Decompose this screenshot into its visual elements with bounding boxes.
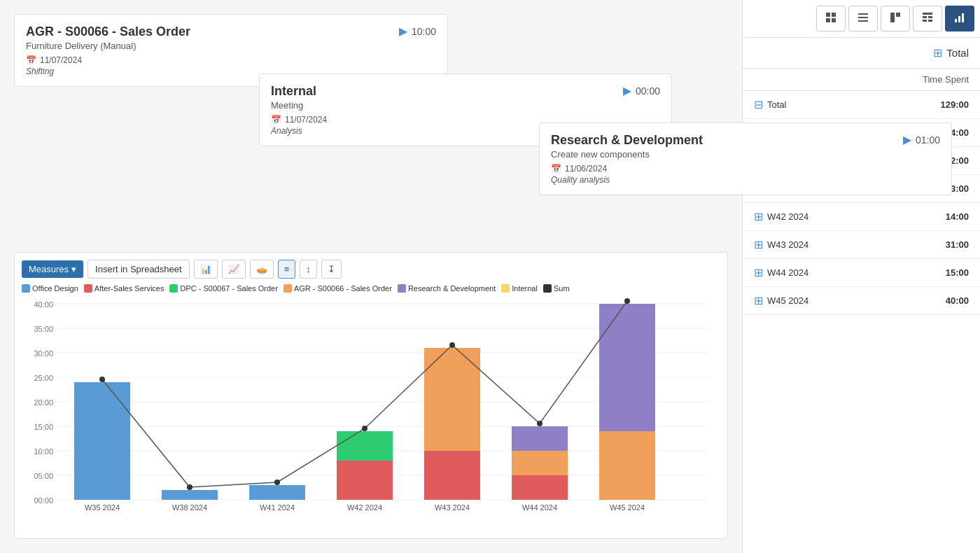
row-w43: ⊞ W43 2024 31:00	[743, 231, 980, 259]
svg-text:30:00: 30:00	[34, 349, 53, 358]
bar-w41-office	[249, 485, 305, 500]
chart-toolbar: Measures ▾ Insert in Spreadsheet 📊 📈 🥧 ≡…	[22, 260, 720, 279]
row-w44-value: 15:00	[946, 267, 969, 278]
card-3-timer[interactable]: ▶ 01:00	[903, 133, 940, 146]
svg-text:10:00: 10:00	[34, 447, 53, 456]
row-w42-plus-icon[interactable]: ⊞	[754, 210, 763, 223]
legend-label-office-design: Office Design	[32, 284, 78, 293]
bar-chart-svg: 40:00 35:00 30:00 25:00 20:00 15:00 10:0…	[22, 297, 715, 514]
svg-text:00:00: 00:00	[34, 496, 53, 505]
row-w42-value: 14:00	[946, 211, 969, 222]
row-w42-text: W42 2024	[767, 211, 808, 222]
legend-label-internal: Internal	[512, 284, 538, 293]
svg-rect-36	[928, 16, 932, 18]
row-w45-text: W45 2024	[767, 295, 808, 306]
stacked-chart-icon-btn[interactable]: ≡	[278, 260, 296, 279]
svg-text:W41 2024: W41 2024	[260, 503, 295, 512]
time-spent-label: Time Spent	[923, 74, 969, 85]
card-2-play-icon[interactable]: ▶	[623, 84, 631, 97]
legend-label-rnd: Research & Development	[408, 284, 496, 293]
row-w42: ⊞ W42 2024 14:00	[743, 203, 980, 231]
row-w44: ⊞ W44 2024 15:00	[743, 259, 980, 287]
svg-rect-29	[858, 13, 868, 15]
legend-sum: Sum	[543, 284, 570, 293]
card-3-title: Research & Development	[551, 133, 703, 148]
svg-rect-31	[858, 20, 868, 22]
bar-w42-dpc	[337, 431, 393, 461]
row-w43-plus-icon[interactable]: ⊞	[754, 238, 763, 251]
total-row-text: Total	[767, 99, 786, 110]
legend-label-sum: Sum	[554, 284, 570, 293]
view-chart-button[interactable]	[945, 6, 974, 31]
svg-text:W42 2024: W42 2024	[347, 503, 382, 512]
row-w45-plus-icon[interactable]: ⊞	[754, 294, 763, 307]
row-w45: ⊞ W45 2024 40:00	[743, 287, 980, 315]
sort-desc-icon-btn[interactable]: ↧	[321, 260, 342, 279]
bar-chart-icon-btn[interactable]: 📊	[194, 260, 218, 279]
view-pivot-button[interactable]	[881, 6, 910, 31]
card-1-timer[interactable]: ▶ 10:00	[399, 24, 436, 38]
card-1-play-icon[interactable]: ▶	[399, 24, 407, 38]
legend-color-internal	[501, 284, 510, 293]
sum-dot-w44	[537, 421, 542, 426]
row-w43-label: ⊞ W43 2024	[754, 238, 808, 251]
bar-w45-rnd	[599, 304, 655, 431]
card-2-subtitle: Meeting	[271, 100, 316, 111]
calendar-icon-1: 📅	[26, 55, 36, 65]
svg-rect-39	[955, 19, 957, 22]
bar-w35-office	[74, 382, 130, 500]
insert-spreadsheet-button[interactable]: Insert in Spreadsheet	[88, 260, 190, 279]
card-3-date: 📅 11/06/2024	[551, 164, 940, 174]
right-panel: ⊞ Total Time Spent ⊟ Total 129:00 ⊞ W35 …	[742, 0, 980, 553]
sort-asc-icon-btn[interactable]: ↕	[300, 260, 317, 279]
legend-internal: Internal	[501, 284, 538, 293]
svg-text:15:00: 15:00	[34, 423, 53, 431]
sum-dot-w35	[99, 377, 105, 382]
row-w44-plus-icon[interactable]: ⊞	[754, 266, 763, 279]
sum-dot-w38	[187, 484, 192, 490]
line-chart-icon-btn[interactable]: 📈	[222, 260, 246, 279]
card-1-time: 10:00	[412, 26, 436, 37]
card-1-subtitle: Furniture Delivery (Manual)	[26, 41, 190, 51]
svg-rect-34	[923, 13, 932, 15]
row-w42-label: ⊞ W42 2024	[754, 210, 808, 223]
legend-color-dpc	[169, 284, 178, 293]
legend-color-after-sales	[84, 284, 92, 293]
card-2-title: Internal	[271, 84, 316, 99]
view-list-button[interactable]	[848, 6, 878, 31]
svg-rect-35	[923, 16, 927, 18]
time-spent-header: Time Spent	[743, 69, 980, 91]
view-grid-button[interactable]	[816, 6, 846, 31]
card-1-title: AGR - S00066 - Sales Order	[26, 24, 190, 39]
sum-dot-w45	[624, 298, 630, 304]
card-3-play-icon[interactable]: ▶	[903, 133, 911, 146]
sum-dot-w41	[274, 479, 280, 485]
total-minus-icon[interactable]: ⊟	[754, 98, 763, 111]
svg-text:W38 2024: W38 2024	[172, 503, 207, 512]
total-row-label: ⊟ Total	[754, 98, 786, 111]
card-3-subtitle: Create new components	[551, 149, 703, 160]
measures-button[interactable]: Measures ▾	[22, 260, 83, 278]
svg-text:40:00: 40:00	[34, 300, 53, 309]
svg-text:20:00: 20:00	[34, 398, 53, 407]
measures-dropdown-icon: ▾	[71, 264, 76, 274]
svg-rect-38	[928, 20, 932, 22]
row-w45-value: 40:00	[946, 295, 969, 306]
legend-color-sum	[543, 284, 552, 293]
svg-rect-27	[826, 18, 830, 22]
bar-w38-office	[162, 490, 218, 500]
legend-label-dpc: DPC - S00067 - Sales Order	[180, 284, 277, 293]
legend-dpc: DPC - S00067 - Sales Order	[169, 284, 277, 293]
card-3: Research & Development Create new compon…	[539, 122, 952, 195]
card-2-timer[interactable]: ▶ 00:00	[623, 84, 660, 97]
row-w44-text: W44 2024	[767, 267, 808, 278]
svg-rect-37	[923, 20, 927, 22]
bar-w44-rnd	[512, 426, 568, 451]
sum-dot-w43	[449, 342, 455, 348]
pie-chart-icon-btn[interactable]: 🥧	[250, 260, 274, 279]
calendar-icon-2: 📅	[271, 115, 281, 125]
legend-office-design: Office Design	[22, 284, 78, 293]
legend-agr: AGR - S00066 - Sales Order	[284, 284, 392, 293]
view-table-button[interactable]	[913, 6, 942, 31]
total-header: ⊞ Total	[743, 38, 980, 69]
